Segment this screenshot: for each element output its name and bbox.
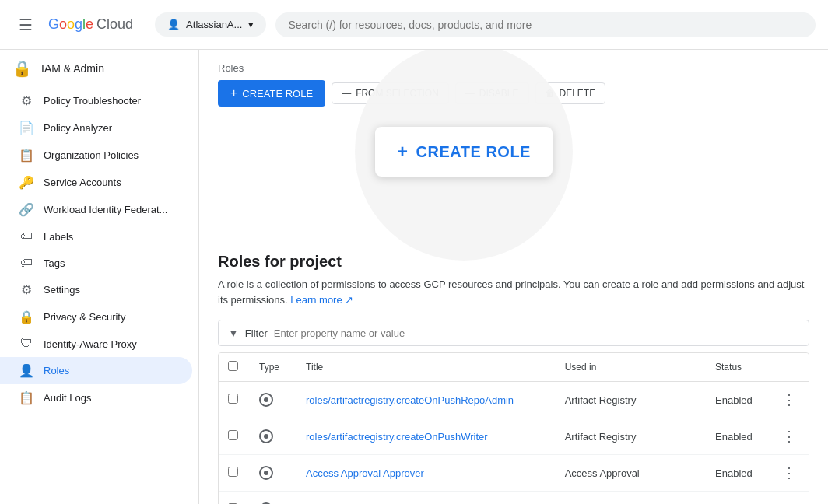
- layout: 🔒 IAM & Admin ⚙ Policy Troubleshooter 📄 …: [0, 50, 828, 504]
- project-selector[interactable]: 👤 AtlassianA... ▾: [155, 12, 266, 37]
- row-checkbox[interactable]: [228, 467, 238, 477]
- row-checkbox-cell[interactable]: [219, 492, 250, 505]
- menu-icon[interactable]: ☰: [12, 9, 39, 40]
- sidebar-item-settings[interactable]: ⚙ Settings: [0, 276, 192, 303]
- filter-label: Filter: [245, 327, 268, 339]
- settings-icon: ⚙: [19, 282, 34, 297]
- policy-analyzer-icon: 📄: [19, 121, 34, 135]
- search-bar[interactable]: [275, 12, 816, 37]
- sidebar-item-label: Workload Identity Federat...: [44, 204, 167, 215]
- row-more-actions[interactable]: ⋮: [770, 418, 809, 455]
- create-role-button[interactable]: + CREATE ROLE: [218, 80, 325, 107]
- create-role-label: CREATE ROLE: [242, 88, 313, 100]
- sidebar-item-tags[interactable]: 🏷 Tags: [0, 250, 192, 276]
- row-type: [250, 455, 296, 492]
- breadcrumb-text: Roles: [218, 62, 244, 74]
- sidebar-item-identity-aware-proxy[interactable]: 🛡 Identity-Aware Proxy: [0, 331, 192, 357]
- page-description: A role is a collection of permissions to…: [218, 277, 809, 307]
- sidebar-item-label: Audit Logs: [44, 392, 91, 404]
- labels-icon: 🏷: [19, 229, 34, 243]
- sidebar-item-label: Identity-Aware Proxy: [44, 338, 137, 350]
- tags-icon: 🏷: [19, 256, 34, 270]
- row-more-actions[interactable]: ⋮: [770, 455, 809, 492]
- filter-bar: ▼ Filter: [218, 320, 809, 346]
- row-title[interactable]: Access Approval Config Editor: [296, 492, 556, 505]
- row-more-button[interactable]: ⋮: [779, 498, 799, 504]
- row-title[interactable]: roles/artifactregistry.createOnPushWrite…: [296, 418, 556, 455]
- sidebar-item-label: Policy Troubleshooter: [44, 95, 141, 107]
- header-actions: [770, 353, 809, 382]
- row-more-actions[interactable]: ⋮: [770, 492, 809, 505]
- table-row: roles/artifactregistry.createOnPushRepoA…: [219, 382, 809, 418]
- header-status[interactable]: Status: [706, 353, 770, 382]
- role-type-icon: [259, 393, 273, 407]
- sidebar-item-roles[interactable]: 👤 Roles: [0, 357, 192, 384]
- row-checkbox[interactable]: [228, 394, 238, 404]
- row-used-in: Artifact Registry: [556, 382, 706, 418]
- sidebar-item-label: Policy Analyzer: [44, 122, 112, 134]
- row-checkbox-cell[interactable]: [219, 418, 250, 455]
- roles-table: Type Title Used in Status: [218, 352, 809, 504]
- spotlight-create-role-label: CREATE ROLE: [416, 143, 531, 161]
- create-role-spotlight-button[interactable]: + CREATE ROLE: [375, 127, 553, 177]
- action-area: + CREATE ROLE — FROM SELECTION — DISABLE…: [199, 74, 828, 113]
- row-status: Enabled: [706, 382, 770, 418]
- sidebar-item-privacy-security[interactable]: 🔒 Privacy & Security: [0, 303, 192, 331]
- topbar: ☰ Google Cloud 👤 AtlassianA... ▾: [0, 0, 828, 50]
- organization-policies-icon: 📋: [19, 148, 34, 163]
- iam-admin-icon: 🔒: [12, 59, 32, 78]
- table-row: roles/artifactregistry.createOnPushWrite…: [219, 418, 809, 455]
- header-title[interactable]: Title: [296, 353, 556, 382]
- sidebar-item-organization-policies[interactable]: 📋 Organization Policies: [0, 142, 192, 169]
- row-more-actions[interactable]: ⋮: [770, 382, 809, 418]
- table-row: Access Approval Config Editor Access App…: [219, 492, 809, 505]
- header-checkbox-col: [219, 353, 250, 382]
- audit-logs-icon: 📋: [19, 390, 34, 405]
- sidebar-item-label: Roles: [44, 365, 69, 376]
- from-selection-dash-icon: —: [342, 88, 351, 99]
- sidebar-item-audit-logs[interactable]: 📋 Audit Logs: [0, 384, 192, 411]
- table-header-row: Type Title Used in Status: [219, 353, 809, 382]
- plus-icon: +: [230, 86, 237, 100]
- sidebar-item-labels[interactable]: 🏷 Labels: [0, 223, 192, 250]
- service-accounts-icon: 🔑: [19, 175, 34, 190]
- sidebar-title: IAM & Admin: [41, 62, 104, 75]
- main-content: Roles + CREATE ROLE — FROM SELECTION — D…: [199, 50, 828, 504]
- sidebar-item-label: Privacy & Security: [44, 311, 125, 323]
- learn-more-link[interactable]: Learn more ↗: [290, 294, 353, 306]
- row-type: [250, 382, 296, 418]
- row-used-in: Access Approval: [556, 455, 706, 492]
- row-title[interactable]: roles/artifactregistry.createOnPushRepoA…: [296, 382, 556, 418]
- row-type: [250, 418, 296, 455]
- sidebar-item-label: Settings: [44, 284, 80, 296]
- sidebar-item-label: Service Accounts: [44, 177, 121, 188]
- page-title: Roles for project: [218, 253, 809, 271]
- header-used-in[interactable]: Used in: [556, 353, 706, 382]
- row-title[interactable]: Access Approval Approver: [296, 455, 556, 492]
- row-checkbox-cell[interactable]: [219, 382, 250, 418]
- filter-input[interactable]: [274, 327, 799, 339]
- row-status: Enabled: [706, 492, 770, 505]
- role-title-link[interactable]: roles/artifactregistry.createOnPushWrite…: [306, 431, 488, 443]
- role-title-link[interactable]: roles/artifactregistry.createOnPushRepoA…: [306, 394, 514, 406]
- select-all-checkbox[interactable]: [228, 361, 238, 371]
- sidebar-item-workload-identity[interactable]: 🔗 Workload Identity Federat...: [0, 196, 192, 223]
- row-used-in: Access Approval: [556, 492, 706, 505]
- sidebar-item-label: Labels: [44, 231, 73, 243]
- role-title-link[interactable]: Access Approval Approver: [306, 467, 424, 479]
- row-checkbox-cell[interactable]: [219, 455, 250, 492]
- spotlight-plus-icon: +: [397, 141, 409, 163]
- sidebar-item-policy-troubleshooter[interactable]: ⚙ Policy Troubleshooter: [0, 87, 192, 114]
- sidebar-item-service-accounts[interactable]: 🔑 Service Accounts: [0, 169, 192, 196]
- header-type[interactable]: Type: [250, 353, 296, 382]
- row-more-button[interactable]: ⋮: [779, 461, 799, 485]
- row-checkbox[interactable]: [228, 430, 238, 440]
- privacy-security-icon: 🔒: [19, 310, 34, 324]
- create-role-spotlight: + CREATE ROLE: [355, 50, 573, 261]
- sidebar-item-label: Tags: [44, 257, 65, 269]
- search-input[interactable]: [288, 19, 803, 31]
- sidebar-item-label: Organization Policies: [44, 149, 139, 161]
- sidebar-item-policy-analyzer[interactable]: 📄 Policy Analyzer: [0, 114, 192, 142]
- row-more-button[interactable]: ⋮: [779, 388, 799, 411]
- row-more-button[interactable]: ⋮: [779, 425, 799, 448]
